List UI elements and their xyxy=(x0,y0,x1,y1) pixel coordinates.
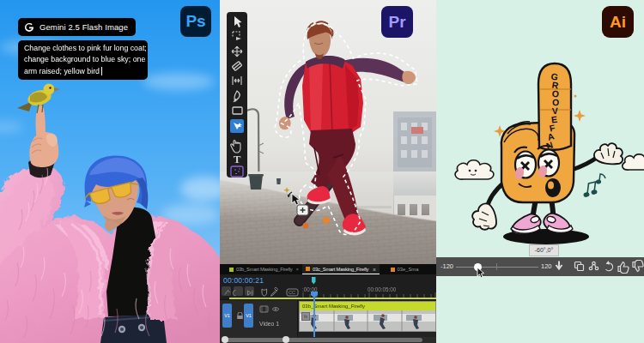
svg-text:CC: CC xyxy=(289,290,295,295)
svg-text:T: T xyxy=(234,153,241,165)
